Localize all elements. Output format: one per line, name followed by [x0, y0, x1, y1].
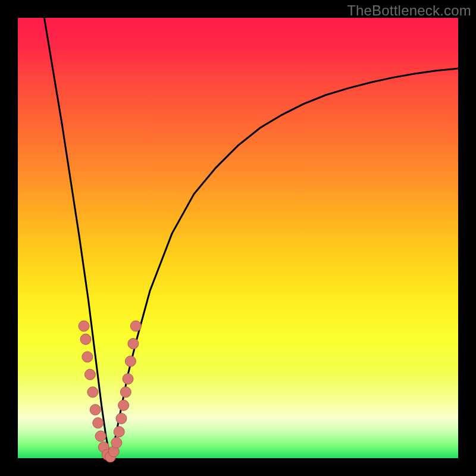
marker-dot [114, 427, 124, 437]
marker-dot [82, 352, 93, 362]
marker-dot [125, 356, 136, 367]
marker-dot [120, 387, 131, 397]
marker-dot [111, 437, 122, 448]
watermark-text: TheBottleneck.com [347, 2, 471, 19]
bottleneck-markers [79, 321, 141, 462]
curve-layer [18, 18, 458, 458]
marker-dot [128, 339, 139, 349]
marker-dot [123, 374, 133, 384]
marker-dot [116, 413, 127, 424]
marker-dot [118, 400, 129, 411]
bottleneck-curve [44, 18, 458, 458]
marker-dot [130, 321, 141, 331]
marker-dot [90, 405, 101, 415]
marker-dot [79, 321, 89, 331]
marker-dot [95, 431, 106, 441]
marker-dot [80, 334, 91, 345]
marker-dot [87, 387, 98, 397]
plot-area [18, 18, 458, 458]
marker-dot [84, 369, 95, 380]
marker-dot [93, 418, 104, 428]
frame: TheBottleneck.com [0, 0, 476, 476]
